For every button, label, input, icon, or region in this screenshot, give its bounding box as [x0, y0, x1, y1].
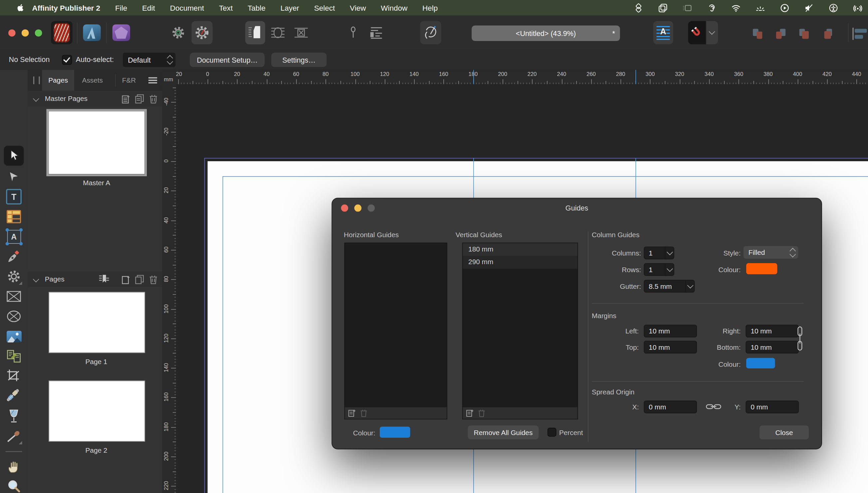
margin-bottom-field[interactable]: 10 mm — [746, 341, 799, 353]
menu-item-file[interactable]: File — [115, 4, 127, 12]
layer-select-dropdown[interactable]: Default — [123, 52, 176, 67]
section-marker-button[interactable] — [99, 275, 109, 284]
menu-item-view[interactable]: View — [350, 4, 366, 12]
app-menu-title[interactable]: Affinity Publisher 2 — [32, 4, 100, 12]
delete-guide-icon[interactable] — [478, 409, 485, 417]
forward-one-button[interactable] — [799, 29, 812, 39]
tab-find-replace[interactable]: F&R — [117, 70, 141, 91]
duplicate-page-button[interactable] — [135, 275, 144, 284]
vertical-guides-list[interactable]: 180 mm290 mm — [462, 243, 578, 408]
colour-picker-tool[interactable] — [4, 426, 24, 446]
delete-page-button[interactable] — [150, 275, 157, 284]
collapse-chevron-icon[interactable] — [33, 95, 39, 102]
tab-pages[interactable]: Pages — [42, 70, 74, 91]
remove-all-guides-button[interactable]: Remove All Guides — [467, 425, 539, 440]
shapes-stack-icon[interactable] — [634, 3, 643, 12]
panel-menu-button[interactable] — [149, 77, 157, 84]
ruler-unit-corner[interactable]: mm — [162, 70, 176, 85]
margin-right-field[interactable]: 10 mm — [746, 325, 799, 338]
menu-item-select[interactable]: Select — [314, 4, 335, 12]
preview-mode-button[interactable] — [420, 21, 441, 44]
move-to-back-button[interactable] — [753, 29, 765, 39]
style-dropdown[interactable]: Filled — [744, 246, 798, 258]
duplicate-master-button[interactable] — [135, 94, 144, 104]
menu-item-edit[interactable]: Edit — [142, 4, 155, 12]
horizontal-ruler[interactable]: -200204060801001201401601802002202402602… — [176, 70, 868, 85]
add-guide-icon[interactable] — [466, 409, 474, 417]
rows-dropdown-button[interactable] — [665, 263, 674, 276]
vertical-ruler[interactable]: -40-20020406080100120140160180200220 — [162, 84, 176, 493]
add-page-button[interactable] — [122, 275, 130, 284]
view-hand-tool[interactable] — [4, 457, 24, 477]
page-2-thumbnail[interactable] — [49, 381, 145, 442]
tab-assets[interactable]: Assets — [76, 70, 109, 91]
delete-master-button[interactable] — [150, 94, 157, 104]
frame-text-tool[interactable]: T — [4, 187, 24, 207]
designer-persona-button[interactable] — [83, 24, 100, 41]
publisher-persona-button[interactable] — [51, 21, 72, 44]
percent-checkbox[interactable] — [548, 428, 556, 437]
sidebar-display-icon[interactable] — [683, 3, 692, 12]
vector-crop-tool[interactable] — [4, 366, 24, 386]
add-master-button[interactable] — [122, 94, 130, 104]
close-button[interactable]: Close — [759, 425, 809, 440]
pin-button[interactable] — [349, 26, 357, 39]
dialog-minimize-light[interactable] — [354, 205, 362, 212]
vector-shape-tool[interactable] — [4, 266, 24, 286]
play-circle-icon[interactable] — [780, 3, 790, 12]
margins-link-button[interactable] — [796, 326, 804, 351]
document-settings-gear-button[interactable] — [191, 21, 212, 44]
margin-colour-swatch[interactable] — [746, 358, 775, 368]
content-link-tool[interactable] — [4, 346, 24, 366]
snapping-toggle-button[interactable] — [688, 21, 706, 44]
menu-item-help[interactable]: Help — [422, 4, 438, 12]
keyboard-brightness-icon[interactable] — [755, 3, 765, 12]
column-colour-swatch[interactable] — [746, 263, 777, 274]
gutter-dropdown-button[interactable] — [685, 280, 694, 293]
preferences-gear-button[interactable] — [171, 26, 185, 40]
panel-drag-handle[interactable] — [33, 77, 40, 84]
gutter-field[interactable]: 8.5 mm — [644, 280, 690, 293]
columns-dropdown-button[interactable] — [665, 246, 674, 259]
move-tool[interactable] — [4, 146, 24, 166]
window-zoom-button[interactable] — [35, 29, 42, 37]
master-page-thumbnail[interactable] — [47, 109, 147, 176]
window-close-button[interactable] — [8, 29, 16, 37]
back-one-button[interactable] — [776, 29, 789, 39]
apple-menu-icon[interactable] — [16, 3, 24, 13]
add-guide-icon[interactable] — [348, 409, 356, 417]
menu-item-table[interactable]: Table — [248, 4, 266, 12]
table-tool[interactable] — [4, 207, 24, 227]
vertical-guide-row[interactable]: 290 mm — [463, 256, 577, 269]
origin-y-field[interactable]: 0 mm — [746, 401, 799, 413]
text-wrap-none-button[interactable] — [294, 25, 309, 41]
baseline-grid-button[interactable]: A — [653, 21, 673, 44]
zoom-tool[interactable] — [4, 476, 24, 493]
fill-gradient-tool[interactable] — [4, 386, 24, 406]
menu-item-layer[interactable]: Layer — [280, 4, 299, 12]
text-wrap-tight-button[interactable] — [245, 21, 265, 44]
menu-item-text[interactable]: Text — [219, 4, 233, 12]
menu-item-window[interactable]: Window — [381, 4, 407, 12]
accessibility-icon[interactable] — [829, 3, 838, 12]
pen-tool[interactable] — [4, 246, 24, 266]
document-title-field[interactable]: <Untitled> (43.9%) * — [472, 26, 620, 41]
transparency-tool[interactable] — [4, 406, 24, 426]
document-setup-button[interactable]: Document Setup… — [190, 52, 265, 67]
page-1-thumbnail[interactable] — [49, 292, 145, 353]
place-image-tool[interactable] — [4, 326, 24, 346]
photo-persona-button[interactable] — [113, 24, 130, 41]
screen-mirroring-icon[interactable] — [853, 3, 862, 12]
horizontal-guides-list[interactable] — [344, 243, 447, 408]
mute-icon[interactable] — [804, 3, 814, 12]
ellipse-frame-tool[interactable] — [4, 306, 24, 326]
rectangle-frame-tool[interactable] — [4, 286, 24, 306]
settings-button[interactable]: Settings… — [271, 52, 326, 67]
vertical-guide-row[interactable]: 180 mm — [463, 243, 577, 256]
node-tool[interactable] — [4, 167, 24, 187]
guide-colour-swatch[interactable] — [380, 427, 410, 438]
delete-guide-icon[interactable] — [361, 409, 367, 417]
window-minimize-button[interactable] — [22, 29, 29, 37]
menu-item-document[interactable]: Document — [170, 4, 204, 12]
wifi-icon[interactable] — [731, 3, 740, 12]
